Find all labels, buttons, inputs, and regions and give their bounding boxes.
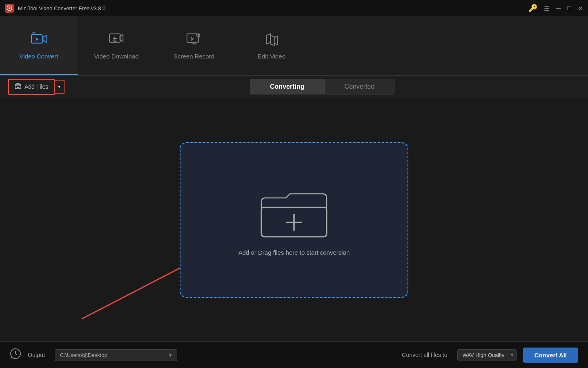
svg-marker-1 — [9, 7, 11, 9]
video-convert-icon — [31, 31, 47, 49]
format-select-wrapper: WAV High Quality MP4 High Quality MP3 Hi… — [457, 349, 517, 361]
tab-screen-record-label: Screen Record — [174, 53, 214, 60]
add-files-dropdown-button[interactable]: ▾ — [55, 80, 65, 94]
tab-video-download[interactable]: Video Download — [78, 16, 155, 75]
folder-icon — [257, 184, 331, 241]
menu-icon[interactable]: ☰ — [544, 4, 550, 12]
tab-edit-video-label: Edit Video — [258, 53, 285, 60]
tab-video-convert-label: Video Convert — [20, 53, 58, 60]
output-label: Output — [28, 352, 45, 358]
titlebar: MiniTool Video Converter Free v3.8.0 🔑 ☰… — [0, 0, 588, 16]
tab-edit-video[interactable]: Edit Video — [233, 16, 310, 75]
add-files-label: Add Files — [24, 83, 48, 90]
output-path-selector[interactable]: C:\Users\bj\Desktop ▾ — [55, 349, 177, 361]
bottom-bar: Output C:\Users\bj\Desktop ▾ Convert all… — [0, 341, 588, 368]
close-button[interactable]: ✕ — [578, 4, 583, 12]
convert-all-label: Convert All — [535, 352, 567, 359]
window-controls: 🔑 ☰ ─ □ ✕ — [528, 4, 583, 13]
screen-record-icon — [186, 31, 202, 49]
app-logo — [5, 4, 14, 13]
key-icon[interactable]: 🔑 — [528, 4, 537, 13]
convert-all-files-label: Convert all files to — [402, 352, 447, 358]
minimize-button[interactable]: ─ — [556, 4, 561, 12]
drop-hint: Add or Drag files here to start conversi… — [238, 249, 350, 256]
tab-video-convert[interactable]: Video Convert — [0, 16, 78, 75]
add-files-button[interactable]: Add Files — [8, 79, 55, 95]
video-download-icon — [108, 31, 125, 49]
convert-all-button[interactable]: Convert All — [523, 348, 578, 363]
nav-bar: Video Convert Video Download Screen Reco… — [0, 16, 588, 76]
toolbar: Add Files ▾ Converting Converted — [0, 76, 588, 98]
app-title: MiniTool Video Converter Free v3.8.0 — [18, 5, 105, 11]
converting-tab[interactable]: Converting — [250, 79, 324, 94]
convert-tabs: Converting Converted — [250, 79, 394, 94]
output-path-value: C:\Users\bj\Desktop — [60, 352, 107, 358]
maximize-button[interactable]: □ — [567, 4, 571, 12]
tab-screen-record[interactable]: Screen Record — [155, 16, 233, 75]
drop-zone[interactable]: Add or Drag files here to start conversi… — [180, 142, 408, 298]
format-select[interactable]: WAV High Quality MP4 High Quality MP3 Hi… — [457, 349, 517, 361]
tab-video-download-label: Video Download — [94, 53, 139, 60]
edit-video-icon — [263, 31, 280, 49]
output-path-dropdown-icon: ▾ — [169, 352, 172, 358]
add-files-icon — [15, 83, 21, 91]
clock-icon — [10, 348, 21, 362]
main-content: Add or Drag files here to start conversi… — [0, 98, 588, 341]
converted-tab[interactable]: Converted — [324, 79, 394, 94]
